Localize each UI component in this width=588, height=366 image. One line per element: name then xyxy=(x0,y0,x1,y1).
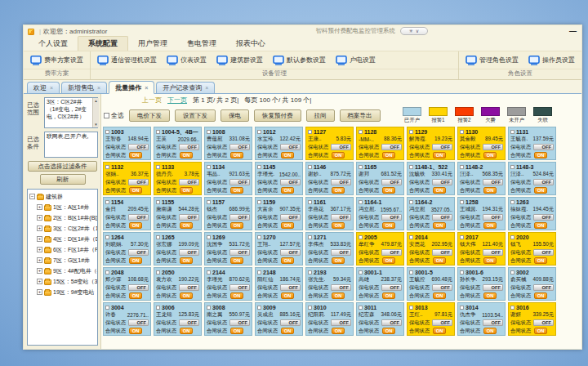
meter-checkbox[interactable] xyxy=(257,270,261,274)
expand-icon[interactable]: + xyxy=(37,215,42,221)
meter-card[interactable]: 3002 俞买械 409.88元 保电状态 OFF 合闸状态 xyxy=(508,267,556,301)
switch-on-toggle[interactable]: ON xyxy=(230,257,243,264)
supply-off-toggle[interactable]: OFF xyxy=(483,144,503,150)
meter-checkbox[interactable] xyxy=(510,306,514,310)
expand-icon[interactable]: + xyxy=(37,225,42,231)
tree-item[interactable]: + 4区：D区1#井（D区1 xyxy=(29,234,97,244)
switch-on-toggle[interactable]: ON xyxy=(382,187,395,194)
meter-card[interactable]: 1128 -MM-.. 88.36元 保电状态 OFF 合闸 xyxy=(356,127,404,160)
switch-on-toggle[interactable]: ON xyxy=(129,152,142,158)
ribbon-button[interactable]: 通信管理机设置 xyxy=(97,56,157,65)
document-tab[interactable]: 开户记录查询 × xyxy=(156,82,215,93)
switch-on-toggle[interactable]: ON xyxy=(281,292,294,299)
supply-off-toggle[interactable]: OFF xyxy=(331,179,351,185)
refresh-button[interactable]: 刷新 xyxy=(40,174,86,185)
supply-off-toggle[interactable]: OFF xyxy=(483,284,503,291)
toolbar-button[interactable]: 设置下发 xyxy=(175,109,216,122)
switch-on-toggle[interactable]: ON xyxy=(483,328,497,334)
menu-item[interactable]: 个人设置 xyxy=(29,37,78,51)
switch-on-toggle[interactable]: ON xyxy=(281,328,294,334)
meter-card[interactable]: 3010 纪阳莉. 117.49元 保电状态 OFF 合闸状 xyxy=(305,302,354,336)
tree-item[interactable]: + 15区：5#变站（3#变 xyxy=(29,276,97,287)
menu-item[interactable]: 报表中心 xyxy=(226,37,275,51)
switch-on-toggle[interactable]: ON xyxy=(281,222,294,229)
close-icon[interactable]: × xyxy=(205,85,208,91)
document-tab[interactable]: 欢迎 × xyxy=(27,82,60,93)
switch-on-toggle[interactable]: ON xyxy=(534,257,547,264)
supply-off-toggle[interactable]: OFF xyxy=(331,249,351,256)
switch-on-toggle[interactable]: ON xyxy=(382,292,395,299)
meter-card[interactable]: 1164-2 冯立慰 3527.05.. 保电状态 OFF xyxy=(407,197,455,230)
meter-checkbox[interactable] xyxy=(308,270,312,274)
meter-card[interactable]: 1148-1、522 沈毓铁 330.41元 保电状态 OFF xyxy=(407,162,455,195)
meter-checkbox[interactable] xyxy=(308,130,312,134)
meter-checkbox[interactable] xyxy=(460,306,464,310)
meter-checkbox[interactable] xyxy=(510,235,514,239)
meter-checkbox[interactable] xyxy=(409,200,413,204)
meter-checkbox[interactable] xyxy=(308,200,312,204)
meter-card[interactable]: 1132 张娟.. 36.37元 保电状态 OFF 合闸状态 xyxy=(103,162,151,195)
supply-off-toggle[interactable]: OFF xyxy=(381,319,402,326)
meter-card[interactable]: 1130 莫金毅 89.45元 保电状态 OFF 合闸状态 xyxy=(457,127,506,160)
switch-on-toggle[interactable]: ON xyxy=(534,328,547,334)
meter-checkbox[interactable] xyxy=(257,130,261,134)
meter-card[interactable]: 1004-5、4B一 王英 2029.66.. 保电状态 OFF xyxy=(154,127,202,160)
switch-on-toggle[interactable]: ON xyxy=(483,152,497,158)
supply-off-toggle[interactable]: OFF xyxy=(280,249,301,256)
switch-on-toggle[interactable]: ON xyxy=(332,257,345,264)
meter-checkbox[interactable] xyxy=(257,165,261,169)
meter-checkbox[interactable] xyxy=(156,270,160,274)
switch-on-toggle[interactable]: ON xyxy=(129,187,142,194)
meter-card[interactable]: 3004 许春 2276.71.. 保电状态 OFF 合闸状 xyxy=(103,302,151,336)
meter-checkbox[interactable] xyxy=(359,306,363,310)
meter-card[interactable]: 3011 纪宏森 348.06元 保电状态 OFF 合闸状态 xyxy=(356,302,404,336)
meter-checkbox[interactable] xyxy=(156,165,160,169)
supply-off-toggle[interactable]: OFF xyxy=(280,144,301,150)
expand-icon[interactable]: + xyxy=(37,257,42,263)
supply-off-toggle[interactable]: OFF xyxy=(280,179,301,185)
supply-off-toggle[interactable]: OFF xyxy=(331,144,351,150)
supply-off-toggle[interactable]: OFF xyxy=(229,144,250,150)
supply-off-toggle[interactable]: OFF xyxy=(432,214,452,221)
expand-icon[interactable]: + xyxy=(37,236,42,242)
supply-off-toggle[interactable]: OFF xyxy=(483,179,503,185)
selected-condition-box[interactable]: 联网表,已开户表, xyxy=(44,132,98,158)
meter-checkbox[interactable] xyxy=(207,270,211,274)
meter-checkbox[interactable] xyxy=(510,270,514,274)
supply-off-toggle[interactable]: OFF xyxy=(533,144,554,150)
switch-on-toggle[interactable]: ON xyxy=(433,292,446,299)
meter-card[interactable]: 1134 韦晶.. 921.63元 保电状态 OFF 合闸状 xyxy=(204,162,252,195)
meter-card[interactable]: 2050 袁方欢 190.22元 保电状态 OFF 合闸状态 xyxy=(154,267,202,301)
meter-checkbox[interactable] xyxy=(460,235,464,239)
meter-checkbox[interactable] xyxy=(359,200,363,204)
toolbar-button[interactable]: 拉闸 xyxy=(306,109,335,122)
meter-checkbox[interactable] xyxy=(156,130,160,134)
switch-on-toggle[interactable]: ON xyxy=(281,187,294,194)
switch-on-toggle[interactable]: ON xyxy=(332,292,345,299)
meter-checkbox[interactable] xyxy=(105,235,109,239)
supply-off-toggle[interactable]: OFF xyxy=(128,249,149,256)
meter-card[interactable]: 1263 徐妹霞. 194.45元 保电状态 OFF 合闸状 xyxy=(508,197,556,230)
ribbon-button[interactable]: 操作员设置 xyxy=(528,56,575,65)
meter-card[interactable]: 1271 李伟杰 533.83元 保电状态 OFF 合闸状态 xyxy=(305,232,354,266)
toolbar-button[interactable]: 保电 xyxy=(220,109,249,122)
expand-icon[interactable]: + xyxy=(37,279,42,284)
switch-on-toggle[interactable]: ON xyxy=(129,257,142,264)
expand-icon[interactable]: + xyxy=(37,247,42,252)
meter-checkbox[interactable] xyxy=(207,235,211,239)
tree-item[interactable]: + 6区：F区1#井（F区1# xyxy=(29,244,97,255)
select-all-checkbox[interactable] xyxy=(104,113,109,118)
scope-scrollbar[interactable]: ▲ ▼ xyxy=(92,98,99,127)
switch-on-toggle[interactable]: ON xyxy=(129,328,142,334)
menu-item[interactable]: 系统配置 xyxy=(78,36,128,51)
meter-card[interactable]: 1145 李瑾光. 1542.00.. 保电状态 OFF 合 xyxy=(255,162,303,195)
meter-checkbox[interactable] xyxy=(359,270,363,274)
supply-off-toggle[interactable]: OFF xyxy=(533,214,554,221)
meter-card[interactable]: 3001-6 孙长争. 293.15元 保电状态 OFF 合 xyxy=(457,267,506,301)
toolbar-button[interactable]: 档案导出 xyxy=(340,109,381,122)
switch-on-toggle[interactable]: ON xyxy=(129,222,142,229)
meter-card[interactable]: 1157 钱杰 686.99元 保电状态 OFF 合闸状态 xyxy=(204,197,252,230)
meter-checkbox[interactable] xyxy=(207,200,211,204)
supply-off-toggle[interactable]: OFF xyxy=(483,319,503,326)
supply-off-toggle[interactable]: OFF xyxy=(280,284,301,291)
